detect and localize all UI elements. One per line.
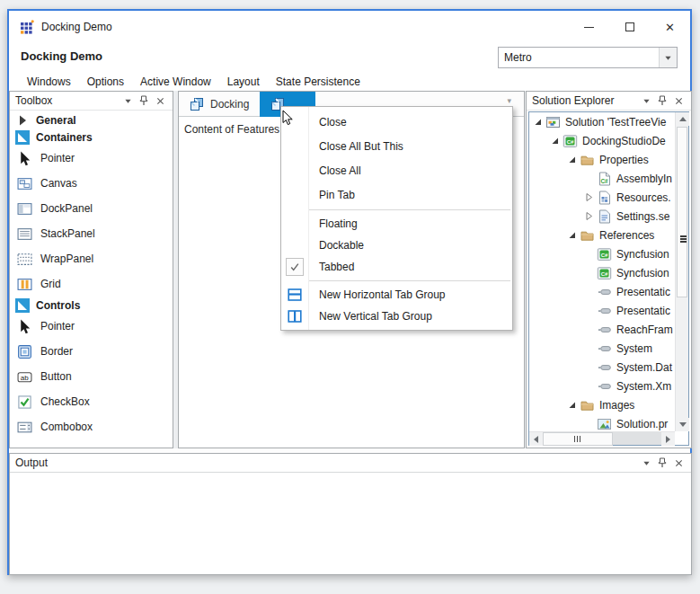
- toolbox-item-stackpanel[interactable]: StackPanel: [10, 221, 173, 246]
- tree-item[interactable]: Presentatic: [529, 301, 675, 320]
- scroll-down-button[interactable]: [676, 418, 689, 431]
- toolbox-item-combobox[interactable]: Combobox: [10, 414, 173, 439]
- menu-item-floating[interactable]: Floating: [281, 213, 512, 235]
- stackpanel-icon: [17, 226, 32, 242]
- tree-item[interactable]: System.Dat: [529, 358, 675, 377]
- toolbox-category-containers[interactable]: Containers: [10, 129, 173, 146]
- tree-item[interactable]: Settings.se: [529, 207, 675, 226]
- window-position-icon[interactable]: [639, 94, 653, 107]
- chevron-down-icon[interactable]: [659, 48, 677, 67]
- horizontal-scrollbar[interactable]: [529, 431, 675, 445]
- vertical-scrollbar-thumb[interactable]: [677, 127, 687, 297]
- menu-item-new-vertical-tab-group[interactable]: New Vertical Tab Group: [281, 306, 512, 327]
- toolbox-item-wrappanel[interactable]: WrapPanel: [10, 246, 173, 271]
- tab-label: Docking: [210, 98, 249, 111]
- tree-item[interactable]: DockingStudioDe: [529, 131, 675, 150]
- expanded-category-icon: [15, 130, 30, 145]
- scroll-left-button[interactable]: [529, 432, 543, 446]
- window-position-icon[interactable]: [639, 457, 653, 469]
- expanded-arrow-icon[interactable]: [567, 230, 577, 240]
- collapsed-arrow-icon[interactable]: [584, 192, 594, 202]
- toolbox-item-grid[interactable]: Grid: [10, 271, 173, 297]
- scroll-right-button[interactable]: [661, 432, 675, 446]
- tree-item[interactable]: ReachFram: [529, 320, 675, 339]
- expanded-arrow-icon[interactable]: [567, 400, 577, 410]
- folder-icon: [580, 228, 595, 243]
- reference-icon: [597, 304, 612, 318]
- toolbox-item-pointer2[interactable]: Pointer: [10, 314, 173, 339]
- tree-item[interactable]: Syncfusion: [529, 244, 675, 263]
- close-panel-icon[interactable]: [671, 94, 686, 107]
- menu-item-dockable[interactable]: Dockable: [281, 235, 512, 256]
- menu-item-new-horizontal-tab-group[interactable]: New Horizontal Tab Group: [281, 284, 512, 306]
- tree-item[interactable]: Presentatic: [529, 282, 675, 301]
- pin-icon[interactable]: [137, 94, 151, 107]
- expanded-arrow-icon[interactable]: [567, 155, 577, 164]
- menu-active-window[interactable]: Active Window: [132, 74, 219, 90]
- toolbox-item-canvas[interactable]: Canvas: [10, 171, 173, 196]
- toolbox-category-controls[interactable]: Controls: [10, 297, 173, 314]
- collapsed-arrow-icon[interactable]: [584, 211, 594, 221]
- right-arrow-icon: [666, 436, 670, 443]
- menu-item-tabbed[interactable]: Tabbed: [281, 256, 512, 278]
- checkbox-icon: [17, 395, 32, 410]
- tree-item[interactable]: Solution 'TestTreeVie: [529, 112, 675, 131]
- menu-item-close-all-but-this[interactable]: Close All But This: [281, 134, 512, 158]
- close-panel-icon[interactable]: [153, 94, 167, 107]
- tree-item[interactable]: Solution.pr: [529, 414, 675, 431]
- menu-item-close[interactable]: Close: [281, 110, 512, 134]
- toolbox-item-pointer[interactable]: Pointer: [10, 146, 173, 171]
- tree-item[interactable]: Properties: [529, 150, 675, 169]
- tree-item[interactable]: System.Xm: [529, 377, 675, 395]
- window-position-icon[interactable]: [120, 94, 135, 107]
- tree-item[interactable]: Resources.: [529, 188, 675, 207]
- tree-item[interactable]: AssemblyIn: [529, 169, 675, 188]
- tree-item[interactable]: References: [529, 226, 675, 244]
- tab-context-menu: Close Close All But This Close All Pin T…: [280, 106, 513, 331]
- close-panel-icon[interactable]: [671, 457, 686, 469]
- horizontal-scrollbar-thumb[interactable]: [543, 432, 613, 446]
- output-panel: Output: [9, 453, 692, 575]
- pin-icon[interactable]: [655, 94, 669, 107]
- toolbox-category-general[interactable]: General: [10, 111, 173, 129]
- menu-state-persistence[interactable]: State Persistence: [268, 74, 368, 90]
- toolbox-item-dockpanel[interactable]: DockPanel: [10, 196, 173, 221]
- menu-layout[interactable]: Layout: [219, 74, 268, 90]
- scrollbar-grip-icon: [574, 436, 582, 442]
- tab-docking[interactable]: Docking: [179, 92, 260, 117]
- tree-item-label: Resources.: [616, 191, 671, 204]
- scroll-up-button[interactable]: [676, 112, 689, 126]
- app-logo-icon: [20, 20, 34, 34]
- up-arrow-icon: [679, 117, 687, 121]
- tree-item[interactable]: System: [529, 339, 675, 358]
- toolbox-item-border[interactable]: Border: [10, 339, 173, 364]
- tree-item-label: AssemblyIn: [616, 173, 672, 185]
- toolbox-item-label: Pointer: [40, 320, 75, 332]
- category-label: General: [36, 114, 76, 127]
- toolbox-item-button[interactable]: Button: [10, 364, 173, 389]
- pin-icon[interactable]: [655, 457, 669, 469]
- output-header[interactable]: Output: [10, 454, 691, 473]
- menu-item-pin-tab[interactable]: Pin Tab: [281, 182, 512, 207]
- menu-item-close-all[interactable]: Close All: [281, 158, 512, 182]
- tree-item[interactable]: Images: [529, 395, 675, 414]
- theme-combobox[interactable]: Metro: [498, 47, 678, 68]
- header-row: Docking Demo Metro: [9, 43, 690, 72]
- expanded-arrow-icon[interactable]: [533, 117, 543, 127]
- expanded-arrow-icon[interactable]: [550, 136, 560, 146]
- menu-windows[interactable]: Windows: [19, 74, 79, 90]
- toolbox-item-label: Pointer: [40, 152, 75, 164]
- toolbox-item-label: WrapPanel: [40, 253, 93, 265]
- toolbox-item-checkbox[interactable]: CheckBox: [10, 389, 173, 414]
- tab-overflow-icon[interactable]: ▾: [507, 96, 511, 105]
- tree-item[interactable]: Syncfusion: [529, 263, 675, 282]
- toolbox-header[interactable]: Toolbox: [10, 92, 173, 111]
- minimize-button[interactable]: [569, 11, 609, 43]
- tree-item-label: System: [616, 342, 652, 355]
- maximize-button[interactable]: [609, 11, 650, 43]
- vertical-scrollbar[interactable]: [675, 112, 688, 431]
- solution-explorer-header[interactable]: Solution Explorer: [527, 92, 691, 111]
- menu-options[interactable]: Options: [79, 74, 132, 90]
- close-window-button[interactable]: ✕: [650, 11, 690, 43]
- tree-item-label: System.Xm: [616, 380, 671, 393]
